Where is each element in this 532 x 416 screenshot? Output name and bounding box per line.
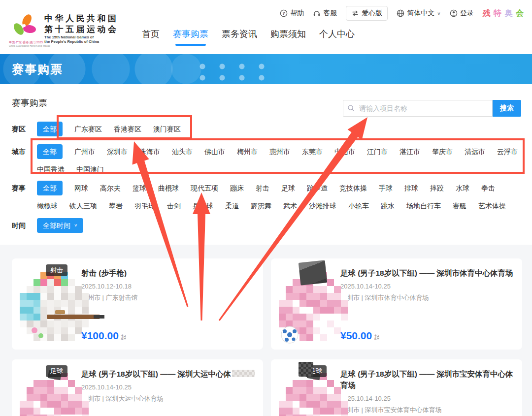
event-dates: 2025.10.14-10.25 xyxy=(81,384,256,391)
event-dates: 2025.10.14-10.25 xyxy=(340,395,515,402)
event-card[interactable]: 足球 足球 (男子18岁以下组) —— 深圳市宝安体育中心体育场 2025.10… xyxy=(271,359,522,416)
filter-option[interactable]: 东莞市 xyxy=(302,144,323,159)
filter-option[interactable]: 竞技体操 xyxy=(339,181,367,195)
time-filter-value: 全部时间 xyxy=(43,218,70,233)
main-nav: 首页 赛事购票 票务资讯 购票须知 个人中心 xyxy=(139,28,357,46)
utility-item-label: 帮助 xyxy=(290,9,304,18)
filter-option[interactable]: 橄榄球 xyxy=(37,198,58,213)
nav-item[interactable]: 首页 xyxy=(139,28,162,46)
filter-option[interactable]: 肇庆市 xyxy=(432,144,453,159)
filter-option[interactable]: 中国香港 xyxy=(37,162,65,177)
filter-option[interactable]: 云浮市 xyxy=(497,144,518,159)
filter-option[interactable]: 中山市 xyxy=(334,144,355,159)
filter-option[interactable]: 柔道 xyxy=(225,198,239,213)
filter-option[interactable]: 网球 xyxy=(74,181,88,195)
filter-row-time: 时间 全部时间 ∨ xyxy=(12,218,83,233)
nav-item[interactable]: 购票须知 xyxy=(268,28,308,46)
filter-option[interactable]: 篮球 xyxy=(133,181,146,195)
filter-option[interactable]: 击剑 xyxy=(167,198,181,213)
nav-item[interactable]: 个人中心 xyxy=(317,28,357,46)
filter-option[interactable]: 惠州市 xyxy=(269,144,290,159)
filter-panel: 赛事购票 搜索 赛区 全部 广东赛区 香港赛区 澳门赛区 城市 xyxy=(0,84,532,245)
filter-option[interactable]: 跳水 xyxy=(381,198,395,213)
filter-option[interactable]: 跆拳道 xyxy=(307,181,328,195)
filter-option[interactable]: 高尔夫 xyxy=(100,181,121,195)
filter-option[interactable]: 香港赛区 xyxy=(114,122,141,136)
utility-item[interactable]: ? 帮助 xyxy=(280,9,304,18)
filter-option[interactable]: 摔跤 xyxy=(430,181,444,195)
event-listing: 射击 射击 (步手枪) 2025.10.12-10.18 广州市 | 广东射击馆… xyxy=(0,245,532,416)
event-location: 广州市 | 广东射击馆 xyxy=(81,293,256,302)
logo-title-line1: 中华人民共和国 xyxy=(44,13,119,24)
filter-option[interactable]: 铁人三项 xyxy=(69,198,97,213)
filter-option[interactable]: 沙滩排球 xyxy=(309,198,336,213)
filter-option[interactable]: 艺术体操 xyxy=(478,198,506,213)
event-card[interactable]: 射击 射击 (步手枪) 2025.10.12-10.18 广州市 | 广东射击馆… xyxy=(12,258,263,350)
filter-option[interactable]: 梅州市 xyxy=(237,144,258,159)
para-games-char: 会 xyxy=(516,9,524,17)
event-title: 足球 (男子18岁以下组) —— 深圳市体育中心体育场 xyxy=(340,267,515,279)
filter-option[interactable]: 珠海市 xyxy=(139,144,160,159)
censor-block xyxy=(299,362,313,377)
filter-option[interactable]: 足球 xyxy=(281,181,295,195)
nav-item[interactable]: 赛事购票 xyxy=(170,28,211,46)
filter-option[interactable]: 广州市 xyxy=(74,144,95,159)
filter-option[interactable]: 武术 xyxy=(283,198,297,213)
filter-option[interactable]: 澳门赛区 xyxy=(153,122,181,136)
utility-item[interactable]: 爱心版 xyxy=(346,6,388,21)
filter-option[interactable]: 场地自行车 xyxy=(406,198,441,213)
filter-options: 全部 广州市 深圳市 珠海市 汕头市 佛山市 梅州市 惠州市 东莞市 xyxy=(37,144,525,177)
filter-option[interactable]: 羽毛球 xyxy=(134,198,155,213)
filter-option[interactable]: 清远市 xyxy=(465,144,485,159)
filter-option[interactable]: 中国澳门 xyxy=(76,162,104,177)
filter-option[interactable]: 湛江市 xyxy=(399,144,420,159)
filter-all-button[interactable]: 全部 xyxy=(37,181,63,195)
time-filter-dropdown[interactable]: 全部时间 ∨ xyxy=(37,218,83,233)
filter-option[interactable]: 汕头市 xyxy=(172,144,193,159)
search-input[interactable] xyxy=(343,100,493,117)
event-card[interactable]: 足球 足球 (男子18岁以下组) —— 深圳大运中心体 2025.10.14-1… xyxy=(12,359,263,416)
filter-option[interactable]: 水球 xyxy=(456,181,469,195)
filter-option[interactable]: 射击 xyxy=(256,181,269,195)
headset-icon xyxy=(313,9,321,17)
filter-all-button[interactable]: 全部 xyxy=(37,144,63,159)
filter-all-button[interactable]: 全部 xyxy=(37,122,63,136)
event-card[interactable]: 足球 (男子18岁以下组) —— 深圳市体育中心体育场 2025.10.14-1… xyxy=(271,258,522,350)
utility-item[interactable]: 客服 xyxy=(313,9,337,18)
price-value: ¥100.00 xyxy=(81,330,119,341)
censor-block xyxy=(232,370,255,377)
filter-option[interactable]: 佛山市 xyxy=(204,144,225,159)
filter-options: 全部 广东赛区 香港赛区 澳门赛区 xyxy=(37,122,525,136)
filter-option[interactable]: 手球 xyxy=(379,181,393,195)
section-title: 赛事购票 xyxy=(12,97,47,109)
filter-option[interactable]: 广东赛区 xyxy=(74,122,102,136)
filter-option[interactable]: 拳击 xyxy=(481,181,495,195)
event-card-grid: 射击 射击 (步手枪) 2025.10.12-10.18 广州市 | 广东射击馆… xyxy=(12,258,522,416)
filter-option[interactable]: 小轮车 xyxy=(348,198,369,213)
event-price: ¥100.00起 xyxy=(81,330,127,342)
chevron-down-icon: ∨ xyxy=(437,11,440,16)
filter-row-label: 城市 xyxy=(12,144,37,159)
filter-row: 城市 全部 广州市 深圳市 珠海市 汕头市 佛山市 梅州市 惠州市 xyxy=(12,144,525,177)
filter-option[interactable]: 霹雳舞 xyxy=(251,198,271,213)
nav-item[interactable]: 票务资讯 xyxy=(219,28,260,46)
filter-option[interactable]: 江门市 xyxy=(367,144,388,159)
filter-option[interactable]: 赛艇 xyxy=(453,198,466,213)
utility-item[interactable]: 简体中文 ∨ xyxy=(397,9,440,18)
chevron-down-icon: ∨ xyxy=(74,220,77,231)
event-price: ¥50.00起 xyxy=(340,330,380,342)
logo-title-en1: The 15th National Games of xyxy=(44,35,119,39)
filter-option[interactable]: 乒乓球 xyxy=(193,198,213,213)
filter-option[interactable]: 曲棍球 xyxy=(158,181,179,195)
filter-option[interactable]: 现代五项 xyxy=(191,181,218,195)
search-button[interactable]: 搜索 xyxy=(493,100,521,117)
filter-option[interactable]: 排球 xyxy=(404,181,418,195)
filter-option[interactable]: 蹦床 xyxy=(230,181,244,195)
utility-item-label: 爱心版 xyxy=(362,9,382,18)
utility-item[interactable]: 登录 xyxy=(450,9,474,18)
logo-title-en2: the People's Republic of China xyxy=(44,39,119,44)
filter-row-label: 时间 xyxy=(12,218,37,233)
filter-option[interactable]: 深圳市 xyxy=(107,144,128,159)
para-games-link[interactable]: 残 特 奥 会 xyxy=(483,8,524,19)
filter-option[interactable]: 攀岩 xyxy=(109,198,123,213)
